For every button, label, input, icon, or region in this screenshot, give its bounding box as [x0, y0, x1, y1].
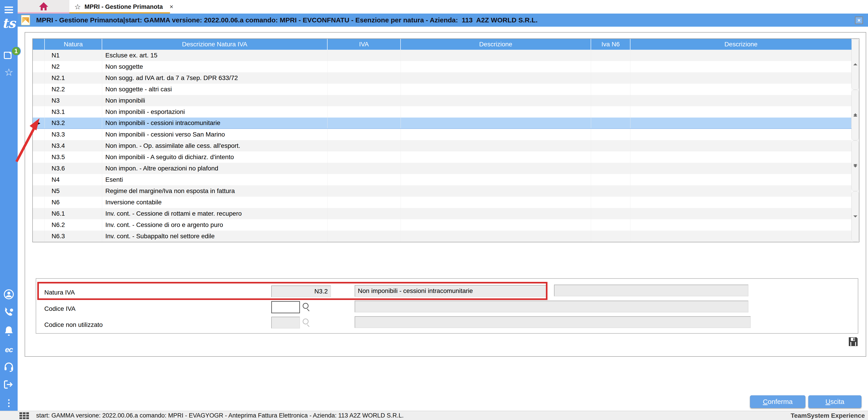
table-cell	[401, 84, 591, 95]
codice-non-utilizzato-label: Codice non utilizzato	[44, 321, 103, 328]
favorite-star-icon[interactable]: ☆	[74, 2, 81, 11]
table-cell	[401, 50, 591, 61]
table-cell	[630, 61, 851, 72]
scroll-page-up-button[interactable]	[851, 90, 859, 141]
table-row[interactable]: N2.1Non sogg. ad IVA art. da 7 a 7sep. D…	[33, 72, 851, 84]
scroll-down-button[interactable]	[851, 191, 859, 242]
header-iva[interactable]: IVA	[328, 39, 401, 50]
codice-iva-input[interactable]	[271, 301, 300, 313]
scroll-page-down-button[interactable]	[851, 140, 859, 191]
table-cell	[328, 208, 401, 219]
scroll-up-button[interactable]	[851, 39, 859, 90]
table-cell: N2.2	[45, 84, 102, 95]
gamma-app-icon	[21, 15, 30, 25]
favorites-star-icon[interactable]: ☆	[0, 66, 18, 79]
save-icon[interactable]	[848, 337, 858, 347]
account-icon[interactable]	[0, 289, 18, 300]
row-selection-gutter	[33, 72, 45, 84]
table-cell: Inv. cont. - Cessione di oro e argento p…	[102, 219, 328, 231]
table-row[interactable]: N3.6Non impon. - Altre operazioni no pla…	[33, 163, 851, 174]
table-cell	[328, 174, 401, 185]
table-cell	[591, 50, 630, 61]
tab-home[interactable]	[18, 0, 69, 13]
table-row[interactable]: N6.3Inv. cont. - Subappalto nel settore …	[33, 231, 851, 242]
row-selection-gutter	[33, 197, 45, 208]
header-iva-n6[interactable]: Iva N6	[591, 39, 630, 50]
row-selection-gutter	[33, 84, 45, 95]
table-cell: N6	[45, 197, 102, 208]
table-row[interactable]: N3.1Non imponibili - esportazioni	[33, 106, 851, 118]
table-row[interactable]: ▶N3.2Non imponibili - cessioni intracomu…	[33, 118, 851, 129]
table-cell	[328, 61, 401, 72]
header-natura[interactable]: Natura	[45, 39, 102, 50]
table-cell	[591, 95, 630, 106]
table-cell	[401, 151, 591, 163]
tab-bar: ☆ MPRI - Gestione Primanota ×	[18, 0, 868, 13]
table-cell	[591, 118, 630, 128]
codice-iva-search-icon[interactable]	[303, 303, 309, 309]
table-row[interactable]: N3.4Non impon. - Op. assimilate alle ces…	[33, 140, 851, 151]
tab-label: MPRI - Gestione Primanota	[85, 3, 163, 10]
table-row[interactable]: N3Non imponibili	[33, 95, 851, 106]
table-cell	[401, 118, 591, 128]
hamburger-menu-icon[interactable]	[0, 6, 18, 13]
table-cell	[591, 72, 630, 84]
row-selection-gutter	[33, 219, 45, 231]
table-cell: Inv. cont. - Subappalto nel settore edil…	[102, 231, 328, 242]
table-cell	[591, 61, 630, 72]
table-row[interactable]: N4Esenti	[33, 174, 851, 185]
table-cell: N3.1	[45, 106, 102, 118]
uscita-button[interactable]: Uscita	[808, 395, 862, 408]
window-close-button[interactable]: ×	[855, 17, 863, 24]
header-descrizione-natura-iva[interactable]: Descrizione Natura IVA	[102, 39, 328, 50]
table-cell	[630, 163, 851, 174]
app-grid-icon[interactable]	[20, 412, 30, 419]
tab-close-icon[interactable]: ×	[169, 3, 173, 10]
table-scrollbar	[851, 39, 859, 242]
table-cell	[591, 163, 630, 174]
table-cell	[630, 174, 851, 185]
status-bar: start: GAMMA versione: 2022.00.06.a coma…	[0, 411, 868, 420]
table-cell	[630, 151, 851, 163]
table-cell	[328, 129, 401, 140]
support-headset-icon[interactable]	[0, 361, 18, 372]
conferma-button[interactable]: Conferma	[750, 395, 805, 408]
table-cell	[630, 84, 851, 95]
home-icon	[39, 2, 49, 12]
table-cell: Non soggette - altri casi	[102, 84, 328, 95]
header-descrizione-2[interactable]: Descrizione	[630, 39, 851, 50]
header-descrizione[interactable]: Descrizione	[401, 39, 591, 50]
table-cell	[630, 129, 851, 140]
table-cell: N2.1	[45, 72, 102, 84]
table-row[interactable]: N2.2Non soggette - altri casi	[33, 84, 851, 95]
row-selection-gutter	[33, 208, 45, 219]
table-row[interactable]: N3.5Non imponibili - A seguito di dichia…	[33, 151, 851, 163]
table-cell	[630, 197, 851, 208]
table-cell	[630, 118, 851, 128]
notifications-bell-icon[interactable]	[0, 325, 18, 337]
table-row[interactable]: N3.3Non imponibili - cessioni verso San …	[33, 129, 851, 140]
ec-icon[interactable]: ec	[0, 344, 18, 355]
phone-contact-icon[interactable]	[0, 306, 18, 318]
row-selection-gutter	[33, 129, 45, 140]
tab-mpri-gestione-primanota[interactable]: ☆ MPRI - Gestione Primanota ×	[69, 0, 170, 13]
table-row[interactable]: N6.1Inv. cont. - Cessione di rottami e m…	[33, 208, 851, 219]
table-cell	[591, 151, 630, 163]
open-window-icon[interactable]: 1	[0, 48, 18, 62]
table-cell	[401, 106, 591, 118]
table-cell	[591, 185, 630, 197]
brand-label: TeamSystem Experience	[791, 411, 865, 420]
table-cell	[328, 140, 401, 151]
table-row[interactable]: N1Escluse ex. art. 15	[33, 50, 851, 61]
more-options-icon[interactable]: ⋮	[0, 398, 18, 408]
logout-icon[interactable]	[0, 379, 18, 390]
table-row[interactable]: N5Regime del margine/Iva non esposta in …	[33, 185, 851, 197]
row-selection-gutter	[33, 185, 45, 197]
table-row[interactable]: N6.2Inv. cont. - Cessione di oro e argen…	[33, 219, 851, 231]
table-row[interactable]: N6Inversione contabile	[33, 197, 851, 208]
table-cell	[401, 231, 591, 242]
table-cell	[328, 219, 401, 231]
table-body: N1Escluse ex. art. 15N2Non soggetteN2.1N…	[33, 50, 851, 242]
table-row[interactable]: N2Non soggette	[33, 61, 851, 72]
table-cell	[401, 197, 591, 208]
